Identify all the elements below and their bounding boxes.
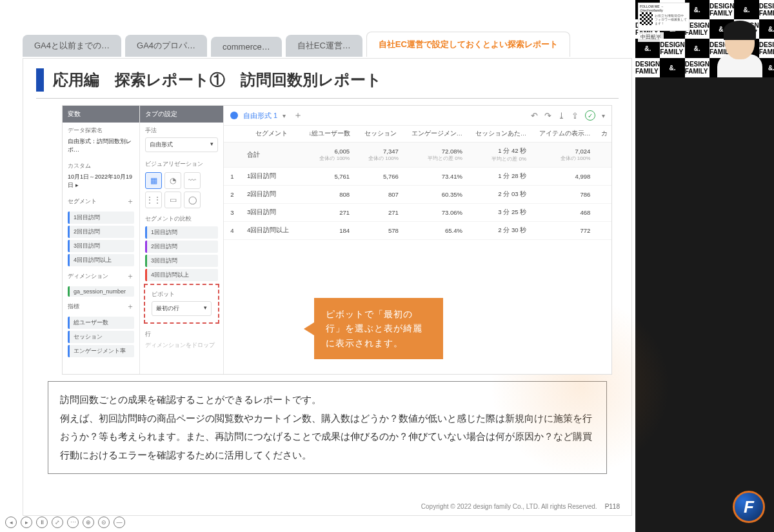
dimension-chip[interactable]: ga_session_number: [68, 286, 134, 297]
viz-donut-icon[interactable]: ◔: [164, 172, 181, 189]
tab-active[interactable]: 自社EC運営で設定しておくとよい探索レポート: [366, 32, 570, 57]
dimensions-label: ディメンション: [68, 272, 108, 281]
metric-chip[interactable]: 総ユーザー数: [68, 317, 134, 329]
pivot-highlight: ピボット 最初の行▾: [144, 284, 219, 324]
qr-code-icon: [640, 12, 653, 25]
presenter-webcam: &.DESIGN FAMILY&.DESIGN FAMILY&.DESIGN F…: [635, 0, 774, 77]
viz-scatter-icon[interactable]: ⋮⋮: [145, 192, 162, 208]
tab-2[interactable]: commerce…: [211, 37, 282, 57]
seg-compare-chip[interactable]: 1回目訪問: [145, 226, 218, 239]
table-row: 44回目訪問以上18457865.4%2 分 30 秒772: [224, 222, 611, 240]
prev-slide-icon[interactable]: ◂: [5, 517, 17, 528]
variables-panel: 変数 データ探索名 自由形式：訪問回数別レポ… カスタム 10月1日～2022年…: [63, 106, 140, 374]
metrics-label: 指標: [68, 302, 79, 311]
add-metric-icon[interactable]: ＋: [126, 301, 134, 312]
date-label: カスタム: [63, 158, 139, 172]
status-check-icon[interactable]: ✓: [585, 110, 595, 121]
presenter-figure: [713, 15, 765, 77]
tab-3[interactable]: 自社EC運営…: [286, 35, 362, 57]
f-badge-icon[interactable]: F: [733, 491, 765, 523]
col-header[interactable]: エンゲージメン…: [405, 126, 469, 143]
title-accent: [36, 68, 44, 92]
col-header[interactable]: セッションあた…: [469, 126, 533, 143]
page-title: 応用編 探索レポート① 訪問回数別レポート: [53, 70, 382, 90]
callout-arrow-icon: [304, 322, 314, 335]
control-icon[interactable]: ⏸: [36, 517, 48, 528]
segment-chip[interactable]: 3回目訪問: [68, 240, 134, 252]
pivot-label: ピボット: [146, 286, 217, 300]
share-icon[interactable]: ⇪: [571, 111, 579, 121]
result-tab-name[interactable]: 自由形式 1: [243, 111, 277, 121]
pivot-dropdown[interactable]: 最初の行▾: [152, 301, 212, 316]
control-icon[interactable]: ⋯: [67, 517, 79, 528]
control-icon[interactable]: —: [114, 517, 125, 528]
presenter-name: 中田航平: [638, 32, 664, 42]
col-header[interactable]: アイテムの表示…: [533, 126, 597, 143]
redo-icon[interactable]: ↷: [544, 111, 551, 121]
chevron-down-icon: ▾: [210, 141, 213, 149]
callout-text: ピボットで「最初の行」を選ぶと表が綺麗に表示されます。: [326, 309, 422, 348]
control-icon[interactable]: ⤢: [52, 517, 63, 528]
viz-line-icon[interactable]: 〰: [184, 172, 201, 189]
control-icon[interactable]: ⊕: [83, 517, 94, 528]
ga4-screenshot: 変数 データ探索名 自由形式：訪問回数別レポ… カスタム 10月1日～2022年…: [62, 105, 612, 375]
seg-compare-label: セグメントの比較: [140, 211, 223, 224]
add-result-tab-icon[interactable]: ＋: [293, 110, 303, 121]
col-header[interactable]: セグメント: [241, 126, 303, 143]
viz-geo-icon[interactable]: ◯: [184, 192, 201, 208]
results-table: セグメント ↓総ユーザー数 セッション エンゲージメン… セッションあた… アイ…: [224, 126, 611, 240]
metric-chip[interactable]: エンゲージメント率: [68, 345, 134, 357]
seg-compare-chip[interactable]: 4回目訪問以上: [145, 269, 218, 281]
settings-header: タブの設定: [140, 106, 223, 123]
slide: 応用編 探索レポート① 訪問回数別レポート 変数 データ探索名 自由形式：訪問回…: [23, 58, 632, 516]
tabs-bar: GA4と以前までの… GA4のプロパ… commerce… 自社EC運営… 自社…: [23, 31, 635, 57]
tab-1[interactable]: GA4のプロパ…: [125, 35, 207, 57]
totals-row: 合計 6,005全体の 100% 7,347全体の 100% 72.08%平均と…: [224, 143, 611, 168]
presentation-controls: ◂ ▸ ⏸ ⤢ ⋯ ⊕ ⊝ —: [5, 517, 125, 528]
segment-chip[interactable]: 4回目訪問以上: [68, 254, 134, 266]
explore-name[interactable]: 自由形式：訪問回数別レポ…: [63, 136, 139, 158]
add-segment-icon[interactable]: ＋: [126, 196, 134, 207]
slide-footer: Copyright © 2022 design family Co., LTD.…: [421, 503, 620, 510]
tab-settings-panel: タブの設定 手法 自由形式▾ ビジュアリゼーション ▦ ◔ 〰 ⋮⋮ ▭ ◯ セ…: [140, 106, 224, 374]
col-header[interactable]: カ: [597, 126, 611, 143]
technique-label: 手法: [140, 123, 223, 136]
seg-compare-chip[interactable]: 2回目訪問: [145, 241, 218, 253]
table-row: 22回目訪問80880760.35%2 分 03 秒786: [224, 186, 611, 204]
viz-table-icon[interactable]: ▦: [145, 172, 162, 189]
segment-chip[interactable]: 1回目訪問: [68, 212, 134, 224]
rows-drop-hint[interactable]: ディメンションをドロップ: [140, 340, 223, 353]
metric-chip[interactable]: セッション: [68, 331, 134, 343]
segment-chip[interactable]: 2回目訪問: [68, 226, 134, 238]
table-row: 11回目訪問5,7615,76673.41%1 分 28 秒4,998: [224, 168, 611, 186]
seg-compare-chip[interactable]: 3回目訪問: [145, 255, 218, 267]
slide-title-row: 応用編 探索レポート① 訪問回数別レポート: [36, 68, 619, 99]
date-range[interactable]: 10月1日～2022年10月19日 ▸: [63, 172, 139, 193]
result-header: 自由形式 1 ▾ ＋ ↶ ↷ ⤓ ⇪ ✓▾: [224, 106, 611, 126]
control-icon[interactable]: ⊝: [98, 517, 110, 528]
add-dimension-icon[interactable]: ＋: [126, 271, 134, 282]
viz-bar-icon[interactable]: ▭: [164, 192, 181, 208]
next-slide-icon[interactable]: ▸: [21, 517, 32, 528]
vars-header: 変数: [63, 106, 139, 123]
download-icon[interactable]: ⤓: [558, 111, 565, 121]
rows-section-label: 行: [140, 326, 223, 340]
result-tab-indicator: [230, 112, 238, 119]
qr-card: FOLLOW ME → @technofamily お役立ち情報発信中 フォロワ…: [638, 3, 690, 31]
callout-box: ピボットで「最初の行」を選ぶと表が綺麗に表示されます。: [314, 298, 443, 359]
col-header[interactable]: セッション: [356, 126, 405, 143]
viz-label: ビジュアリゼーション: [140, 156, 223, 170]
chevron-down-icon[interactable]: ▾: [283, 112, 286, 119]
segments-label: セグメント: [68, 197, 97, 206]
col-header[interactable]: ↓総ユーザー数: [303, 126, 356, 143]
undo-icon[interactable]: ↶: [531, 111, 538, 121]
viz-selector: ▦ ◔ 〰 ⋮⋮ ▭ ◯: [140, 170, 223, 211]
explore-name-label: データ探索名: [63, 123, 139, 136]
table-row: 33回目訪問27127173.06%3 分 25 秒468: [224, 204, 611, 222]
technique-dropdown[interactable]: 自由形式▾: [145, 137, 218, 152]
chevron-down-icon: ▾: [204, 304, 207, 313]
tab-0[interactable]: GA4と以前までの…: [23, 35, 121, 57]
